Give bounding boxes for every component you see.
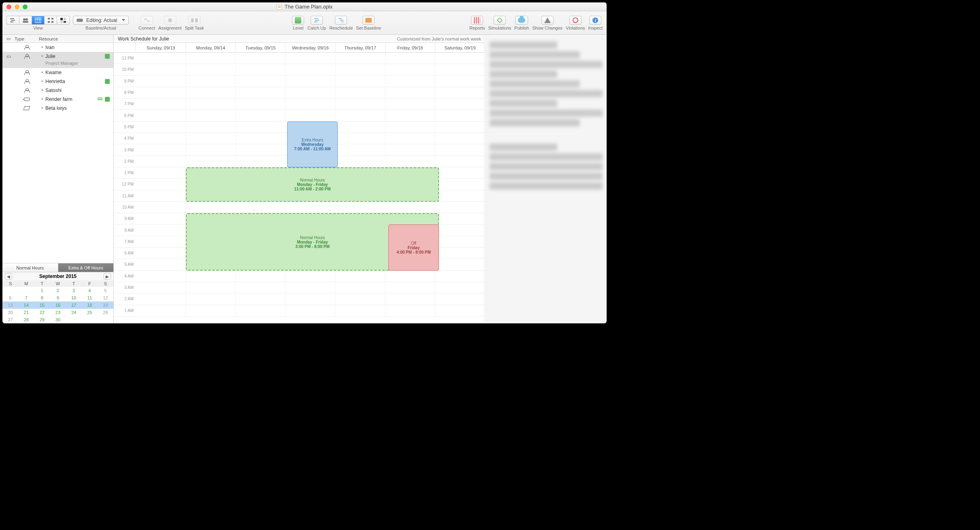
schedule-cell[interactable] [435,87,485,98]
calendar-day[interactable] [2,287,18,294]
schedule-cell[interactable] [186,293,236,304]
resource-row[interactable]: ▭•Julie [2,52,113,61]
column-resource[interactable]: Resource [39,36,97,41]
column-type[interactable]: Type [15,36,39,41]
schedule-cell[interactable] [435,293,485,304]
resource-row[interactable]: •Satoshi [2,86,113,95]
schedule-cell[interactable] [285,293,335,304]
extra-off-hours-tab[interactable]: Extra & Off Hours [58,263,114,272]
view-gantt-button[interactable] [6,16,19,25]
calendar-day[interactable]: 1 [34,287,50,294]
schedule-cell[interactable] [236,98,285,109]
schedule-cell[interactable] [435,133,485,144]
schedule-cell[interactable] [285,76,335,87]
zoom-window-icon[interactable] [23,4,28,9]
schedule-cell[interactable] [186,53,236,64]
schedule-cell[interactable] [386,156,435,167]
schedule-cell[interactable] [236,282,285,293]
schedule-cell[interactable] [435,76,485,87]
off-hours-block[interactable]: Off Friday 4:00 PM - 8:00 PM [388,224,439,271]
schedule-cell[interactable] [336,64,386,75]
calendar-day[interactable]: 3 [66,287,82,294]
schedule-cell[interactable] [386,293,435,304]
resource-row[interactable]: •Kwame [2,68,113,77]
schedule-cell[interactable] [236,122,285,132]
schedule-cell[interactable] [435,305,485,316]
schedule-cell[interactable] [336,53,386,64]
schedule-cell[interactable] [136,144,186,155]
reports-button[interactable] [471,16,483,25]
level-button[interactable] [292,16,304,25]
calendar-day[interactable]: 18 [82,301,98,309]
schedule-cell[interactable] [435,190,485,201]
schedule-cell[interactable] [186,271,236,282]
schedule-cell[interactable] [186,87,236,98]
calendar-day[interactable]: 9 [50,294,66,301]
schedule-cell[interactable] [386,133,435,144]
schedule-cell[interactable] [435,110,485,121]
schedule-cell[interactable] [136,156,186,167]
resource-row[interactable]: •Henrietta [2,77,113,86]
schedule-cell[interactable] [435,248,485,259]
calendar-day[interactable]: 13 [2,301,18,309]
schedule-cell[interactable] [285,282,335,293]
schedule-cell[interactable] [435,236,485,247]
schedule-cell[interactable] [186,156,236,167]
schedule-cell[interactable] [186,98,236,109]
schedule-cell[interactable] [336,271,386,282]
schedule-cell[interactable] [285,87,335,98]
view-styles-button[interactable] [57,16,70,25]
schedule-cell[interactable] [136,87,186,98]
schedule-cell[interactable] [136,110,186,121]
schedule-cell[interactable] [136,282,186,293]
resource-row[interactable]: •Beta keys [2,104,113,113]
calendar-day[interactable]: 26 [98,309,113,316]
calendar-day[interactable]: 16 [50,301,66,309]
calendar-day[interactable]: 7 [18,294,34,301]
schedule-cell[interactable] [336,156,386,167]
catch-up-button[interactable] [311,16,323,25]
schedule-cell[interactable] [136,259,186,270]
schedule-cell[interactable] [136,133,186,144]
calendar-day[interactable] [82,316,98,323]
schedule-cell[interactable] [435,156,485,167]
schedule-cell[interactable] [435,98,485,109]
schedule-cell[interactable] [336,282,386,293]
schedule-cell[interactable] [386,87,435,98]
calendar-day[interactable]: 23 [50,309,66,316]
schedule-cell[interactable] [386,305,435,316]
schedule-cell[interactable] [386,144,435,155]
schedule-cell[interactable] [435,144,485,155]
schedule-cell[interactable] [386,76,435,87]
schedule-cell[interactable] [435,282,485,293]
schedule-cell[interactable] [386,64,435,75]
view-mode-segmented[interactable] [6,16,70,25]
calendar-day[interactable]: 29 [34,316,50,323]
schedule-cell[interactable] [236,144,285,155]
schedule-cell[interactable] [285,64,335,75]
calendar-day[interactable]: 24 [66,309,82,316]
schedule-cell[interactable] [386,202,435,213]
schedule-cell[interactable] [236,87,285,98]
schedule-cell[interactable] [186,305,236,316]
schedule-cell[interactable] [386,271,435,282]
calendar-day[interactable]: 5 [98,287,113,294]
calendar-day[interactable]: 21 [18,309,34,316]
calendar-day[interactable] [18,287,34,294]
schedule-cell[interactable] [236,202,285,213]
schedule-cell[interactable] [336,122,386,132]
schedule-cell[interactable] [236,53,285,64]
schedule-cell[interactable] [186,133,236,144]
schedule-cell[interactable] [435,64,485,75]
simulations-button[interactable] [494,16,506,25]
calendar-day[interactable]: 25 [82,309,98,316]
schedule-cell[interactable] [186,202,236,213]
calendar-day[interactable] [66,316,82,323]
schedule-cell[interactable] [435,53,485,64]
normal-hours-tab[interactable]: Normal Hours [2,263,58,272]
schedule-cell[interactable] [386,98,435,109]
close-window-icon[interactable] [6,4,11,9]
schedule-cell[interactable] [285,53,335,64]
schedule-cell[interactable] [285,202,335,213]
split-task-button[interactable] [188,16,200,25]
